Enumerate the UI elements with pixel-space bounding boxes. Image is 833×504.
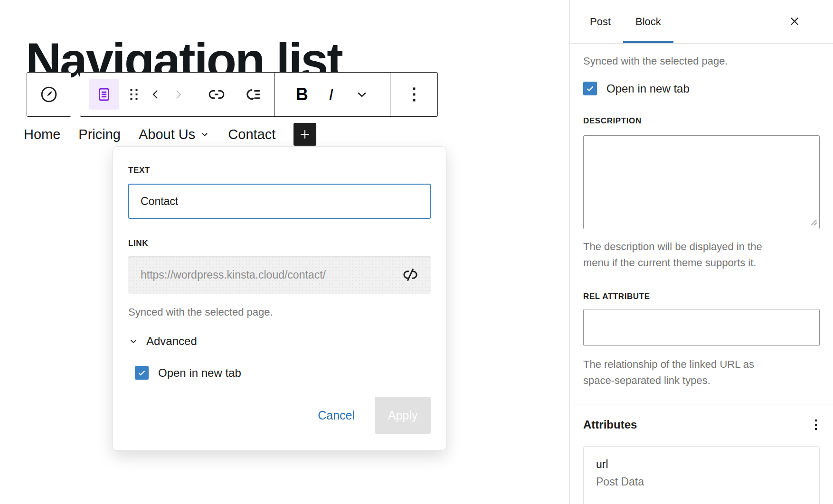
- toolbar-group-options: [390, 73, 437, 116]
- move-left-button[interactable]: [149, 87, 163, 102]
- navigation-menu: Home Pricing About Us Contact: [24, 122, 316, 146]
- nav-item-pricing[interactable]: Pricing: [78, 127, 121, 142]
- link-url-value: https://wordpress.kinsta.cloud/contact/: [141, 269, 400, 281]
- italic-button[interactable]: I: [329, 86, 333, 103]
- sidebar-content: Synced with the selected page. Open in n…: [570, 55, 833, 504]
- move-right-button[interactable]: [171, 87, 185, 102]
- rel-help: The relationship of the linked URL as sp…: [583, 356, 820, 389]
- description-label: DESCRIPTION: [583, 116, 820, 126]
- toolbar-group-link: [194, 73, 275, 116]
- synced-note: Synced with the selected page.: [583, 55, 820, 67]
- link-settings-popover: TEXT LINK https://wordpress.kinsta.cloud…: [113, 146, 446, 451]
- bold-button[interactable]: B: [296, 86, 308, 103]
- apply-button[interactable]: Apply: [375, 397, 431, 434]
- synced-note: Synced with the selected page.: [128, 306, 431, 318]
- nav-item-home[interactable]: Home: [24, 127, 60, 142]
- drag-handle[interactable]: [128, 87, 140, 102]
- more-formats-button[interactable]: [354, 87, 369, 102]
- advanced-toggle[interactable]: Advanced: [128, 335, 431, 348]
- drag-handle-icon: [128, 87, 140, 102]
- gutenberg-editor: Navigation list: [0, 0, 833, 504]
- link-text-input[interactable]: [128, 184, 431, 219]
- nav-item-label: Contact: [228, 127, 275, 142]
- options-button[interactable]: [412, 86, 416, 103]
- close-sidebar-button[interactable]: [787, 14, 802, 28]
- open-new-tab-label: Open in new tab: [606, 82, 690, 95]
- sidebar-tabs: Post Block: [577, 0, 673, 43]
- attribute-name: url: [596, 458, 807, 471]
- navigation-block-button[interactable]: [38, 84, 59, 105]
- nav-item-label: Home: [24, 127, 60, 142]
- description-textarea[interactable]: [583, 135, 820, 229]
- open-new-tab-option[interactable]: Open in new tab: [583, 82, 820, 95]
- nav-item-about-us[interactable]: About Us: [139, 127, 210, 142]
- close-icon: [787, 14, 802, 28]
- chevron-right-icon: [171, 87, 185, 102]
- attributes-title: Attributes: [583, 418, 637, 431]
- page-link-icon: [95, 85, 113, 103]
- chevron-down-icon: [128, 336, 139, 346]
- link-field-label: LINK: [128, 239, 431, 248]
- open-new-tab-label: Open in new tab: [158, 366, 241, 380]
- compass-icon: [38, 84, 59, 105]
- attribute-source: Post Data: [596, 476, 807, 488]
- cancel-button[interactable]: Cancel: [318, 409, 355, 422]
- italic-icon: I: [329, 86, 333, 103]
- settings-sidebar: Post Block Synced with the selected page…: [569, 0, 833, 504]
- popover-actions: Cancel Apply: [128, 397, 431, 434]
- vertical-ellipsis-icon: [412, 86, 416, 103]
- tab-block[interactable]: Block: [623, 0, 673, 43]
- advanced-label: Advanced: [146, 335, 197, 348]
- section-divider: [570, 404, 833, 404]
- bold-icon: B: [296, 86, 308, 103]
- description-field-wrap: [583, 135, 820, 229]
- text-field-label: TEXT: [128, 166, 150, 175]
- description-help: The description will be displayed in the…: [583, 239, 820, 271]
- link-button[interactable]: [207, 84, 227, 104]
- nav-item-label: Pricing: [78, 127, 121, 142]
- open-new-tab-option[interactable]: Open in new tab: [135, 366, 431, 380]
- tab-post[interactable]: Post: [577, 0, 623, 43]
- unlink-button[interactable]: [400, 265, 420, 285]
- attribute-item-card[interactable]: url Post Data: [583, 446, 820, 504]
- attributes-menu-button[interactable]: [812, 417, 820, 433]
- checkbox-checked[interactable]: [583, 82, 597, 95]
- checkmark-icon: [137, 368, 147, 378]
- page-link-block-button[interactable]: [89, 79, 119, 110]
- add-submenu-button[interactable]: [243, 84, 263, 104]
- link-url-field[interactable]: https://wordpress.kinsta.cloud/contact/: [128, 256, 431, 294]
- checkmark-icon: [585, 84, 595, 93]
- add-submenu-icon: [243, 84, 263, 104]
- submenu-chevron-down-icon: [199, 129, 210, 140]
- link-off-icon: [400, 265, 420, 285]
- add-block-button[interactable]: [293, 123, 316, 146]
- nav-item-label: About Us: [139, 127, 195, 142]
- toolbar-group-formatting: B I: [275, 73, 390, 116]
- sidebar-header: Post Block: [570, 0, 833, 44]
- chevron-left-icon: [149, 87, 163, 102]
- nav-item-contact[interactable]: Contact: [228, 127, 275, 142]
- vertical-ellipsis-icon: [815, 420, 817, 421]
- checkbox-checked[interactable]: [135, 366, 149, 380]
- block-toolbar-parent-group: [27, 72, 71, 117]
- toolbar-group-block: [80, 73, 194, 116]
- plus-icon: [298, 127, 312, 141]
- rel-attribute-label: REL ATTRIBUTE: [583, 292, 820, 301]
- rel-attribute-input[interactable]: [583, 309, 820, 346]
- attributes-header: Attributes: [583, 417, 820, 433]
- chevron-down-icon: [354, 87, 369, 102]
- block-toolbar: B I: [80, 72, 438, 117]
- link-icon: [207, 84, 227, 104]
